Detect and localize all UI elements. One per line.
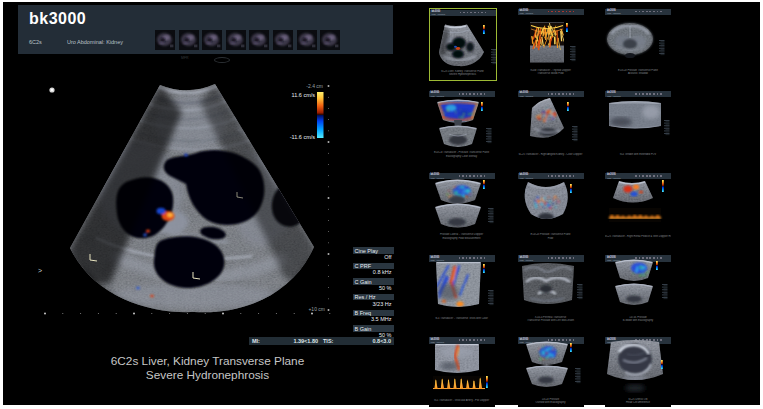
svg-text:+10 cm: +10 cm [308, 306, 325, 312]
svg-text:-2.4 cm: -2.4 cm [306, 83, 323, 89]
svg-text:-11.6 cm/s: -11.6 cm/s [290, 134, 316, 140]
svg-text:11.6 cm/s: 11.6 cm/s [292, 92, 316, 98]
svg-text:>: > [38, 267, 42, 274]
